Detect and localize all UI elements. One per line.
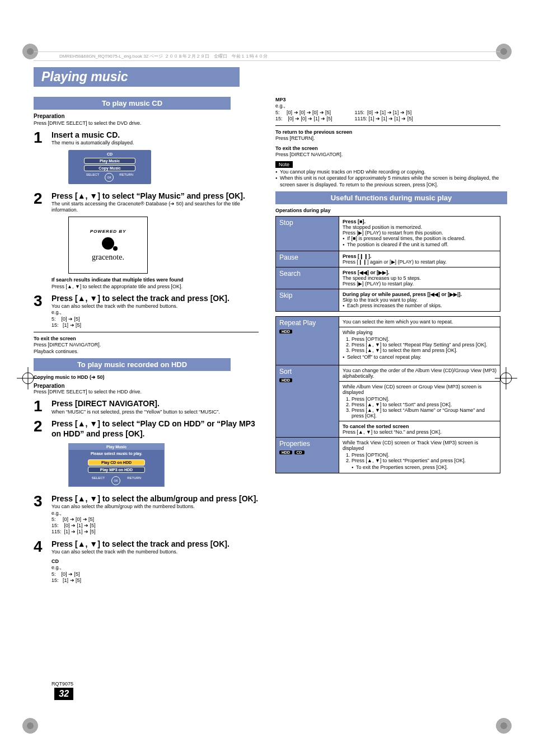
ok-icon: OK [111,476,120,485]
select-label: SELECT [92,476,105,485]
step-number: 3 [34,293,47,309]
crop-mark-icon [17,367,39,389]
multi-title-action: Press [▲, ▼] to select the appropriate t… [51,284,259,290]
example-key: 5: [51,516,56,522]
example-label: e.g., [51,309,259,316]
crop-mark-icon [495,367,517,389]
op-desc: Press [■]. The stopped position is memor… [339,217,500,251]
left-column: To play music CD Preparation Press [DRIV… [34,93,259,584]
right-column: MP3 e.g., 5: [0] ➔ [0] ➔ [0] ➔ [5] 15: [… [275,93,500,584]
op-repeat: Repeat Play HDD [276,316,339,365]
operations-table: Stop Press [■]. The stopped position is … [275,216,500,312]
note-item: You cannot play music tracks on HDD whil… [275,169,500,175]
step-subtext: When “MUSIC” is not selected, press the … [51,409,259,415]
hdd-tag: HDD [279,378,292,382]
op-desc: Press [◀◀] or [▶▶]. The speed increases … [339,267,500,289]
op-stop: Stop [276,217,339,251]
exit-text: Playback continues. [34,349,259,355]
cd-menu-title: CD [71,152,149,156]
menu-header: Play Music [69,444,164,450]
section-heading: To play music recorded on HDD [34,358,231,371]
page-footer: RQT9075 32 [51,681,73,700]
play-cd-on-hdd-button: Play CD on HDD [88,459,145,466]
step-number: 4 [34,539,47,555]
op-desc: You can change the order of the Album Vi… [339,365,500,438]
example-key: 15: [275,116,283,121]
hdd-tag: HDD [279,330,292,334]
step-title: Press [DIRECT NAVIGATOR]. [51,398,259,408]
example-value: [1] ➔ [1] ➔ [5] [64,529,96,534]
example-value: [1] ➔ [5] [63,577,81,583]
exit-label: To exit the screen [275,145,500,152]
example-value: [0] ➔ [1] ➔ [5] [64,523,96,528]
preparation-text: Press [DRIVE SELECT] to select the DVD d… [34,120,259,126]
op-desc: Press [❙❙]. Press [❙❙] again or [▶] (PLA… [339,251,500,267]
preparation-label: Preparation [34,113,259,119]
example-key: 15: [51,523,59,528]
step-number: 2 [34,419,47,434]
step-title: Press [▲, ▼] to select the track and pre… [51,293,259,303]
step-title: Press [▲, ▼] to select the track and pre… [51,539,259,549]
return-label: RETURN [127,476,141,485]
play-music-button: Play Music [84,158,135,164]
example-value: [0] ➔ [5] [62,316,80,322]
table-row: Search Press [◀◀] or [▶▶]. The speed inc… [276,267,500,289]
registration-mark [22,718,38,734]
example-label: e.g., [275,103,500,109]
manual-code: RQT9075 [51,681,73,687]
preparation-label: Preparation [34,383,259,389]
example-value: [0] ➔ [0] ➔ [5] [63,516,94,522]
step-subtext: You can also select the album/group with… [51,504,259,510]
op-skip: Skip [276,289,339,311]
step-subtext: The menu is automatically displayed. [51,140,259,146]
exit-text: Press [DIRECT NAVIGATOR]. [275,152,500,158]
op-search: Search [276,267,339,289]
registration-mark [496,718,512,734]
op-desc: You can select the item which you want t… [339,316,500,365]
hdd-tag: HDD [279,450,292,454]
preparation-text: Press [DRIVE SELECT] to select the HDD d… [34,389,259,395]
play-mp3-on-hdd-button: Play MP3 on HDD [88,467,145,473]
note-tag: Note [275,161,293,168]
example-value: [0] ➔ [0] ➔ [1] ➔ [5] [288,116,332,121]
step-number: 1 [34,398,47,414]
step-subtext: You can also select the track with the n… [51,303,259,309]
section-heading: Useful functions during music play [275,191,507,204]
return-label: To return to the previous screen [275,129,500,135]
op-desc: While Track View (CD) screen or Track Vi… [339,438,500,473]
step-title: Insert a music CD. [51,130,259,140]
copy-music-label: Copying music to HDD (➔ 50) [34,374,259,381]
table-row: Pause Press [❙❙]. Press [❙❙] again or [▶… [276,251,500,267]
step-number: 1 [34,130,47,145]
example-key: 115: [355,110,365,115]
example-key: 15: [51,577,59,583]
select-label: SELECT [86,173,99,182]
exit-text: Press [DIRECT NAVIGATOR]. [34,342,259,348]
powered-by-label: POWERED BY [90,229,127,234]
operations-label: Operations during play [275,208,500,214]
multi-title-note: If search results indicate that multiple… [51,277,259,283]
step-number: 2 [34,191,47,206]
step-title: Press [▲, ▼] to select the album/group a… [51,494,259,504]
gracenote-icon [102,237,114,250]
example-key: 15: [51,322,59,328]
example-value: [0] ➔ [5] [62,571,80,577]
return-text: Press [RETURN]. [275,135,500,142]
return-label: RETURN [119,173,133,182]
gracenote-name: gracenote. [92,253,124,262]
gracenote-logo-box: POWERED BY gracenote. [68,217,148,274]
mp3-label: MP3 [275,97,500,103]
print-header: DMREH58&68GN_RQT9075-L_eng.book 32 ページ ２… [34,51,500,61]
table-row: Skip During play or while paused, press … [276,289,500,311]
exit-label: To exit the screen [34,336,259,342]
table-row: Repeat Play HDD You can select the item … [276,316,500,365]
cd-tag: CD [294,450,305,454]
step-title: Press [▲, ▼] to select “Play CD on HDD” … [51,419,259,439]
example-label: e.g., [51,510,259,516]
example-key: 5: [275,110,280,115]
note-item: When this unit is not operated for appro… [275,175,500,188]
op-desc: During play or while paused, press [|◀◀]… [339,289,500,311]
example-key: 5: [51,571,56,577]
example-key: 1115: [355,116,368,121]
step-subtext: The unit starts accessing the Gracenote®… [51,201,259,214]
